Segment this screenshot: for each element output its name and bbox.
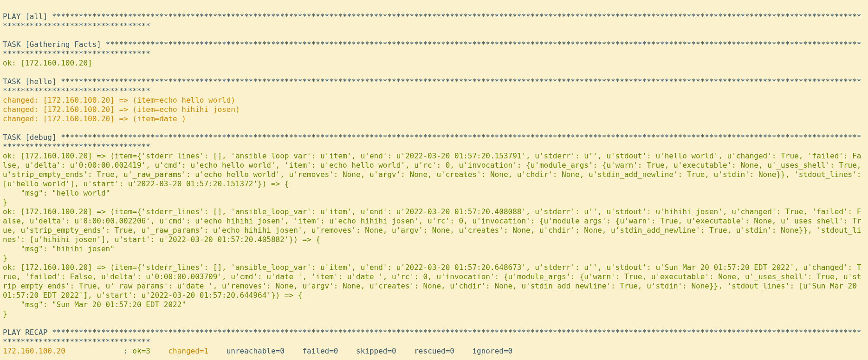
terminal-text: 172.160.100.20 xyxy=(3,347,65,355)
terminal-text: PLAY RECAP *****************************… xyxy=(3,328,862,346)
terminal-text: ok: [172.160.100.20] => (item={'stderr_l… xyxy=(3,151,866,188)
terminal-text xyxy=(150,347,168,355)
terminal-text: TASK [debug] ***************************… xyxy=(3,133,862,151)
terminal-line: PLAY RECAP *****************************… xyxy=(3,328,865,347)
terminal-text: TASK [Gathering Facts] *****************… xyxy=(3,40,862,58)
terminal-text: changed: [172.160.100.20] => (item=date … xyxy=(3,114,186,123)
terminal-line: ok: [172.160.100.20] xyxy=(3,59,865,68)
terminal-line: "msg": "hello world" xyxy=(3,189,865,198)
terminal-line: PLAY [all] *****************************… xyxy=(3,12,865,31)
terminal-line: TASK [Gathering Facts] *****************… xyxy=(3,40,865,59)
terminal-line: changed: [172.160.100.20] => (item=echo … xyxy=(3,96,865,105)
terminal-text: ok=3 xyxy=(132,347,150,355)
terminal-text: "msg": "Sun Mar 20 01:57:20 EDT 2022" xyxy=(3,300,186,309)
terminal-text: changed: [172.160.100.20] => (item=echo … xyxy=(3,105,240,114)
terminal-text: : xyxy=(65,347,133,355)
terminal-line: "msg": "Sun Mar 20 01:57:20 EDT 2022" xyxy=(3,300,865,309)
terminal-line: TASK [hello] ***************************… xyxy=(3,77,865,96)
terminal-line xyxy=(3,31,865,40)
terminal-line xyxy=(3,3,865,12)
terminal-text: "msg": "hello world" xyxy=(3,189,110,197)
terminal-text: changed=1 xyxy=(168,347,208,355)
terminal-line: } xyxy=(3,309,865,319)
terminal-text: ok: [172.160.100.20] => (item={'stderr_l… xyxy=(3,207,862,244)
terminal-line: 172.160.100.20 : ok=3 changed=1 unreacha… xyxy=(3,347,865,356)
terminal-text: ok: [172.160.100.20] xyxy=(3,59,92,67)
terminal-text: ok: [172.160.100.20] => (item={'stderr_l… xyxy=(3,263,862,300)
terminal-text: "msg": "hihihi josen" xyxy=(3,244,115,253)
terminal-text: } xyxy=(3,254,7,262)
terminal-line: changed: [172.160.100.20] => (item=date … xyxy=(3,114,865,124)
terminal-line xyxy=(3,124,865,133)
terminal-line: ok: [172.160.100.20] => (item={'stderr_l… xyxy=(3,207,865,244)
terminal-line: ok: [172.160.100.20] => (item={'stderr_l… xyxy=(3,151,865,189)
terminal-line: "msg": "hihihi josen" xyxy=(3,244,865,254)
terminal-text: PLAY [all] *****************************… xyxy=(3,12,862,30)
terminal-line: } xyxy=(3,254,865,263)
terminal-line: TASK [debug] ***************************… xyxy=(3,133,865,151)
terminal-text: changed: [172.160.100.20] => (item=echo … xyxy=(3,96,235,105)
terminal-text: unreachable=0 failed=0 skipped=0 rescued… xyxy=(208,347,512,355)
terminal-line xyxy=(3,68,865,77)
terminal-text: } xyxy=(3,309,7,318)
terminal-line: } xyxy=(3,198,865,207)
terminal-line: changed: [172.160.100.20] => (item=echo … xyxy=(3,105,865,114)
terminal-line xyxy=(3,356,865,360)
terminal-output[interactable]: PLAY [all] *****************************… xyxy=(0,0,868,360)
terminal-line xyxy=(3,319,865,328)
terminal-line: ok: [172.160.100.20] => (item={'stderr_l… xyxy=(3,263,865,300)
terminal-text: } xyxy=(3,198,7,207)
terminal-text: TASK [hello] ***************************… xyxy=(3,77,862,95)
